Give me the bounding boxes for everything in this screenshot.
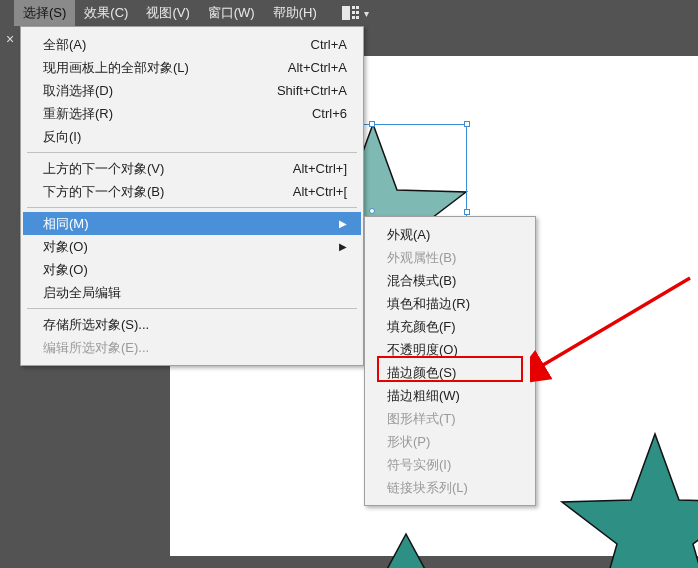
menu-item-label: 启动全局编辑 xyxy=(43,284,121,302)
svg-rect-1 xyxy=(352,6,355,9)
menu-item-label: 编辑所选对象(E)... xyxy=(43,339,149,357)
menu-item-label: 填充颜色(F) xyxy=(387,318,456,336)
svg-rect-5 xyxy=(352,16,355,19)
submenu-item-appearance[interactable]: 外观(A) xyxy=(367,223,533,246)
menu-item-label: 重新选择(R) xyxy=(43,105,113,123)
menu-item-label: 上方的下一个对象(V) xyxy=(43,160,164,178)
same-submenu: 外观(A) 外观属性(B) 混合模式(B) 填色和描边(R) 填充颜色(F) 不… xyxy=(364,216,536,506)
menu-item-label: 不透明度(O) xyxy=(387,341,458,359)
menu-item-label: 存储所选对象(S)... xyxy=(43,316,149,334)
menu-item-label: 混合模式(B) xyxy=(387,272,456,290)
submenu-item-link-block: 链接块系列(L) xyxy=(367,476,533,499)
submenu-item-shape: 形状(P) xyxy=(367,430,533,453)
menu-item-label: 外观(A) xyxy=(387,226,430,244)
menu-item-shortcut: Alt+Ctrl+A xyxy=(288,60,347,75)
menu-item-object[interactable]: 对象(O) xyxy=(23,258,361,281)
menu-item-inverse[interactable]: 反向(I) xyxy=(23,125,361,148)
submenu-item-graphic-style: 图形样式(T) xyxy=(367,407,533,430)
svg-rect-3 xyxy=(352,11,355,14)
svg-rect-2 xyxy=(356,6,359,9)
menu-item-label: 外观属性(B) xyxy=(387,249,456,267)
menu-item-deselect[interactable]: 取消选择(D) Shift+Ctrl+A xyxy=(23,79,361,102)
menu-item-shortcut: Alt+Ctrl+] xyxy=(293,161,347,176)
menu-item-save-selection[interactable]: 存储所选对象(S)... xyxy=(23,313,361,336)
submenu-item-stroke-color[interactable]: 描边颜色(S) xyxy=(367,361,533,384)
menu-item-label: 描边颜色(S) xyxy=(387,364,456,382)
submenu-item-fill-stroke[interactable]: 填色和描边(R) xyxy=(367,292,533,315)
menu-help[interactable]: 帮助(H) xyxy=(264,0,326,26)
menu-separator xyxy=(27,152,357,153)
view-mode-icon[interactable] xyxy=(342,6,369,20)
menu-item-start-global-edit[interactable]: 启动全局编辑 xyxy=(23,281,361,304)
menu-item-shortcut: Ctrl+A xyxy=(311,37,347,52)
select-menu-dropdown: 全部(A) Ctrl+A 现用画板上的全部对象(L) Alt+Ctrl+A 取消… xyxy=(20,26,364,366)
menu-item-label: 取消选择(D) xyxy=(43,82,113,100)
menu-item-label: 对象(O) xyxy=(43,238,88,256)
menu-select[interactable]: 选择(S) xyxy=(14,0,75,26)
menu-item-label: 描边粗细(W) xyxy=(387,387,460,405)
menu-item-select-all[interactable]: 全部(A) Ctrl+A xyxy=(23,33,361,56)
menu-item-label: 反向(I) xyxy=(43,128,81,146)
submenu-arrow-icon: ▶ xyxy=(339,241,347,252)
menu-item-label: 相同(M) xyxy=(43,215,89,233)
menu-item-label: 现用画板上的全部对象(L) xyxy=(43,59,189,77)
selection-handle[interactable] xyxy=(464,209,470,215)
triangle-shape[interactable] xyxy=(376,532,436,568)
svg-marker-9 xyxy=(378,534,434,568)
tab-close-icon[interactable]: × xyxy=(6,32,14,46)
submenu-item-stroke-weight[interactable]: 描边粗细(W) xyxy=(367,384,533,407)
menu-effect[interactable]: 效果(C) xyxy=(75,0,137,26)
menu-item-shortcut: Shift+Ctrl+A xyxy=(277,83,347,98)
menubar: 选择(S) 效果(C) 视图(V) 窗口(W) 帮助(H) xyxy=(0,0,698,26)
submenu-item-opacity[interactable]: 不透明度(O) xyxy=(367,338,533,361)
menu-item-reselect[interactable]: 重新选择(R) Ctrl+6 xyxy=(23,102,361,125)
menu-item-next-below[interactable]: 下方的下一个对象(B) Alt+Ctrl+[ xyxy=(23,180,361,203)
submenu-item-fill-color[interactable]: 填充颜色(F) xyxy=(367,315,533,338)
submenu-item-blend-mode[interactable]: 混合模式(B) xyxy=(367,269,533,292)
svg-marker-8 xyxy=(562,434,698,568)
svg-rect-4 xyxy=(356,11,359,14)
menu-item-same[interactable]: 相同(M) ▶ xyxy=(23,212,361,235)
menu-view[interactable]: 视图(V) xyxy=(137,0,198,26)
menu-item-label: 符号实例(I) xyxy=(387,456,451,474)
menu-item-shortcut: Ctrl+6 xyxy=(312,106,347,121)
submenu-arrow-icon: ▶ xyxy=(339,218,347,229)
menu-item-label: 形状(P) xyxy=(387,433,430,451)
submenu-item-appearance-attr: 外观属性(B) xyxy=(367,246,533,269)
star-shape-2[interactable] xyxy=(552,428,698,568)
selection-center-handle[interactable] xyxy=(369,208,375,214)
menu-item-object-submenu[interactable]: 对象(O) ▶ xyxy=(23,235,361,258)
menu-item-next-above[interactable]: 上方的下一个对象(V) Alt+Ctrl+] xyxy=(23,157,361,180)
menu-item-label: 填色和描边(R) xyxy=(387,295,470,313)
menu-window[interactable]: 窗口(W) xyxy=(199,0,264,26)
selection-handle[interactable] xyxy=(369,121,375,127)
svg-rect-0 xyxy=(342,6,350,20)
menu-item-shortcut: Alt+Ctrl+[ xyxy=(293,184,347,199)
menu-separator xyxy=(27,207,357,208)
menu-item-label: 链接块系列(L) xyxy=(387,479,468,497)
svg-rect-6 xyxy=(356,16,359,19)
selection-handle[interactable] xyxy=(464,121,470,127)
submenu-item-symbol-instance: 符号实例(I) xyxy=(367,453,533,476)
menu-item-label: 图形样式(T) xyxy=(387,410,456,428)
menu-item-label: 对象(O) xyxy=(43,261,88,279)
menu-item-select-all-on-artboard[interactable]: 现用画板上的全部对象(L) Alt+Ctrl+A xyxy=(23,56,361,79)
menu-item-label: 下方的下一个对象(B) xyxy=(43,183,164,201)
menu-item-edit-selection: 编辑所选对象(E)... xyxy=(23,336,361,359)
menu-separator xyxy=(27,308,357,309)
menu-item-label: 全部(A) xyxy=(43,36,86,54)
